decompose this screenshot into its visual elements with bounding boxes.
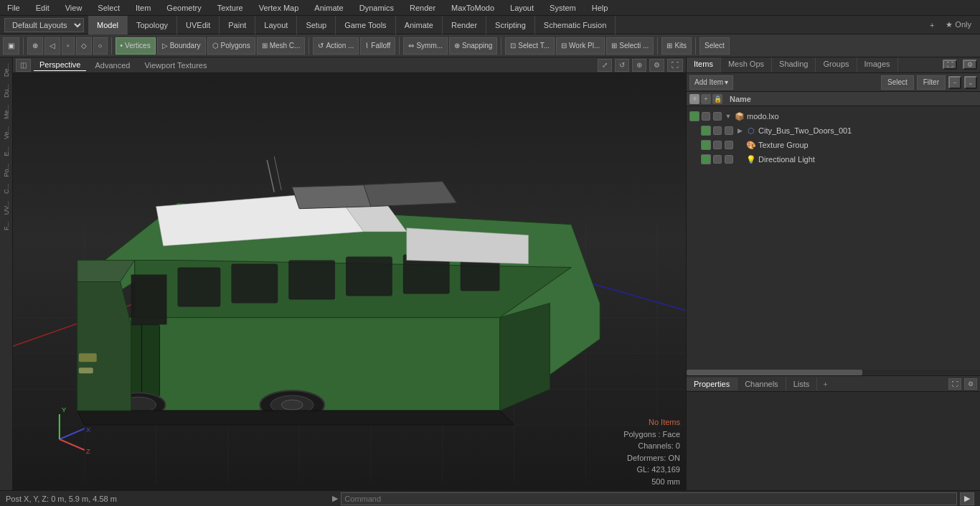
visibility-toggle-texture[interactable]: [701, 140, 711, 150]
toolbar-select-btn[interactable]: Select: [699, 37, 730, 55]
menu-file[interactable]: File: [4, 2, 23, 14]
tree-row-texture-group[interactable]: ▶ 🎨 Texture Group: [687, 138, 980, 152]
toolbar-component-2[interactable]: ▫: [62, 37, 75, 55]
menu-geometry[interactable]: Geometry: [164, 2, 204, 14]
layout-tab-schematic[interactable]: Schematic Fusion: [535, 16, 616, 34]
lock-toggle-light[interactable]: [725, 155, 733, 164]
toolbar-component-1[interactable]: ◁: [44, 37, 60, 55]
props-tab-channels[interactable]: Channels: [738, 378, 786, 390]
tree-row-modo-lxo[interactable]: ▼ 📦 modo.lxo: [687, 109, 980, 123]
props-tab-plus[interactable]: +: [817, 378, 833, 390]
command-input[interactable]: [341, 492, 957, 505]
menu-vertexmap[interactable]: Vertex Map: [256, 2, 302, 14]
menu-render[interactable]: Render: [407, 2, 438, 14]
viewport-settings-btn[interactable]: ⚙: [649, 59, 664, 72]
layout-tab-paint[interactable]: Paint: [220, 16, 255, 34]
toolbar-selecti-btn[interactable]: ⊞ Selecti ...: [606, 37, 654, 55]
visibility-toggle-modo[interactable]: [689, 111, 699, 121]
rp-tab-meshops[interactable]: Mesh Ops: [721, 57, 772, 72]
visibility-toggle-light[interactable]: [701, 154, 711, 164]
layout-tab-render[interactable]: Render: [443, 16, 486, 34]
toolbar-globe-btn[interactable]: ⊕: [27, 37, 43, 55]
layouts-star-only[interactable]: ★ Only: [941, 19, 976, 31]
sidebar-item-c[interactable]: C...: [1, 181, 11, 197]
toolbar-falloff-btn[interactable]: ⌇ Falloff: [360, 37, 395, 55]
toolbar-kits-btn[interactable]: ⊞ Kits: [661, 37, 692, 55]
rp-tab-shading[interactable]: Shading: [772, 57, 816, 72]
menu-view[interactable]: View: [62, 2, 85, 14]
sidebar-item-du[interactable]: Du...: [1, 81, 11, 100]
toolbar-symm-btn[interactable]: ⇔ Symm...: [403, 37, 448, 55]
props-tab-properties[interactable]: Properties: [687, 378, 738, 390]
toolbar-work-pl-btn[interactable]: ⊟ Work Pl...: [556, 37, 605, 55]
render-toggle-bus[interactable]: [713, 126, 722, 135]
add-item-button[interactable]: Add Item ▾: [689, 75, 733, 90]
props-expand-btn[interactable]: ⛶: [948, 378, 961, 390]
expand-modo[interactable]: ▼: [724, 112, 732, 121]
layouts-dropdown[interactable]: Default Layouts: [4, 18, 84, 32]
toolbar-view-toggle[interactable]: ▣: [3, 37, 19, 55]
layout-tab-setup[interactable]: Setup: [297, 16, 336, 34]
menu-item[interactable]: Item: [133, 2, 154, 14]
command-submit-btn[interactable]: ▶: [960, 492, 974, 505]
menu-select[interactable]: Select: [95, 2, 123, 14]
rp-tab-images[interactable]: Images: [857, 57, 898, 72]
lock-toggle-bus[interactable]: [725, 126, 733, 135]
viewport-grid-btn[interactable]: ◫: [16, 59, 31, 72]
tree-row-directional-light[interactable]: ▶ 💡 Directional Light: [687, 152, 980, 167]
toolbar-polygons-btn[interactable]: ⬡ Polygons: [207, 37, 255, 55]
items-scrollbar[interactable]: [687, 370, 980, 375]
toolbar-component-3[interactable]: ◇: [76, 37, 92, 55]
layout-tab-gametools[interactable]: Game Tools: [336, 16, 396, 34]
toolbar-snapping-btn[interactable]: ⊕ Snapping: [449, 37, 497, 55]
render-toggle-light[interactable]: [713, 155, 722, 164]
toolbar-boundary-btn[interactable]: ▷ Boundary: [157, 37, 206, 55]
menu-texture[interactable]: Texture: [215, 2, 246, 14]
render-toggle-texture[interactable]: [713, 141, 722, 149]
viewport-move-btn[interactable]: ⤢: [598, 59, 612, 72]
menu-animate[interactable]: Animate: [311, 2, 346, 14]
render-toggle-modo[interactable]: [702, 112, 710, 121]
sidebar-item-po[interactable]: Po...: [1, 161, 11, 180]
lock-toggle-texture[interactable]: [725, 141, 733, 149]
lock-toggle-modo[interactable]: [713, 112, 722, 121]
visibility-toggle-bus[interactable]: [701, 126, 711, 136]
items-filter-button[interactable]: Filter: [917, 75, 946, 90]
expand-bus[interactable]: ▶: [735, 126, 744, 135]
menu-system[interactable]: System: [547, 2, 579, 14]
layout-tab-animate[interactable]: Animate: [396, 16, 443, 34]
menu-dynamics[interactable]: Dynamics: [357, 2, 397, 14]
props-tab-lists[interactable]: Lists: [786, 378, 818, 390]
viewport-tab-advanced[interactable]: Advanced: [89, 60, 136, 71]
rp-expand-btn[interactable]: ⛶: [943, 60, 957, 70]
toolbar-component-4[interactable]: ○: [93, 37, 108, 55]
sidebar-item-ve[interactable]: Ve...: [1, 123, 11, 142]
items-minus-btn[interactable]: −: [948, 76, 961, 89]
rp-settings-btn[interactable]: ⚙: [963, 60, 977, 70]
layout-tab-layout[interactable]: Layout: [255, 16, 297, 34]
layouts-plus-btn[interactable]: +: [925, 19, 938, 31]
viewport-canvas[interactable]: X Z Y No Items Polygons : Face Channels:…: [13, 73, 686, 490]
sidebar-item-me[interactable]: Me...: [1, 102, 11, 122]
rp-tab-groups[interactable]: Groups: [816, 57, 857, 72]
toolbar-vertices-btn[interactable]: • Vertices: [116, 37, 156, 55]
props-settings-btn[interactable]: ⚙: [964, 378, 977, 390]
viewport-tab-textures[interactable]: Viewport Textures: [138, 60, 212, 71]
layout-tab-model[interactable]: Model: [88, 16, 128, 34]
toolbar-action-btn[interactable]: ↺ Action ...: [313, 37, 359, 55]
viewport-fullscreen-btn[interactable]: ⛶: [667, 59, 683, 72]
menu-maxtomodo[interactable]: MaxToModo: [448, 2, 497, 14]
menu-help[interactable]: Help: [589, 2, 611, 14]
sidebar-item-uv[interactable]: UV...: [1, 198, 11, 217]
layout-tab-scripting[interactable]: Scripting: [486, 16, 535, 34]
rp-tab-items[interactable]: Items: [687, 57, 721, 72]
layout-tab-uvedit[interactable]: UVEdit: [177, 16, 220, 34]
viewport-rotate-btn[interactable]: ↺: [615, 59, 629, 72]
layout-tab-topology[interactable]: Topology: [128, 16, 177, 34]
tree-row-city-bus[interactable]: ▶ ⬡ City_Bus_Two_Doors_001: [687, 123, 980, 138]
toolbar-select-t-btn[interactable]: ⊡ Select T...: [505, 37, 555, 55]
items-select-button[interactable]: Select: [881, 75, 914, 90]
viewport-tab-perspective[interactable]: Perspective: [34, 59, 86, 71]
menu-edit[interactable]: Edit: [33, 2, 52, 14]
sidebar-item-f[interactable]: F...: [1, 219, 11, 233]
